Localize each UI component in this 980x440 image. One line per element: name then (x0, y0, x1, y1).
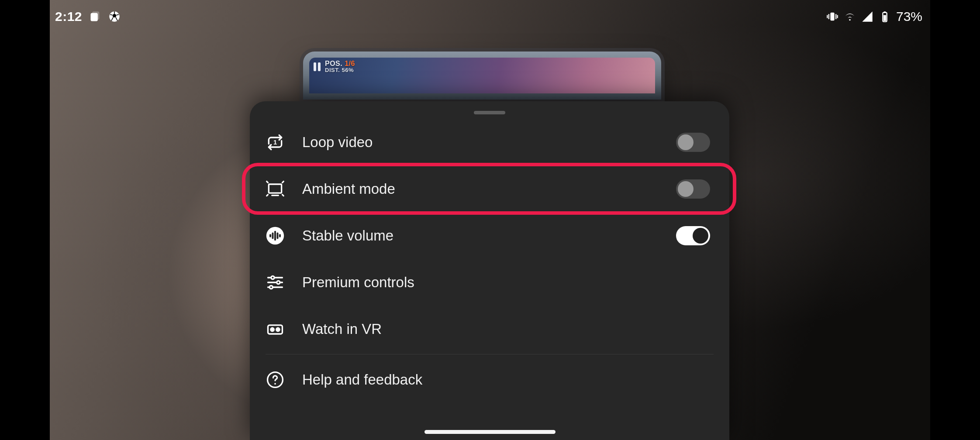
loop-toggle[interactable] (676, 133, 710, 152)
menu-label: Help and feedback (302, 371, 710, 388)
svg-point-33 (276, 328, 280, 331)
hud-dist-value: 56% (342, 67, 354, 73)
menu-label: Stable volume (302, 227, 659, 244)
svg-rect-13 (269, 184, 281, 193)
svg-point-35 (274, 383, 276, 385)
video-game-hud: POS. 1/6 DIST. 56% (314, 60, 355, 73)
menu-divider (266, 354, 714, 354)
menu-item-premium-controls[interactable]: Premium controls (250, 259, 729, 306)
svg-line-15 (267, 181, 268, 182)
menu-label: Ambient mode (302, 181, 659, 197)
menu-item-stable-volume[interactable]: Stable volume (250, 212, 729, 259)
pause-icon (314, 62, 321, 71)
ambient-toggle[interactable] (676, 179, 710, 199)
hud-dist-label: DIST. (325, 67, 340, 73)
svg-point-32 (271, 328, 274, 331)
loop-icon: 1 (266, 133, 285, 152)
vr-headset-icon (266, 320, 285, 339)
sliders-icon (266, 273, 285, 292)
menu-item-help-feedback[interactable]: Help and feedback (250, 356, 729, 403)
letterbox-right (930, 0, 980, 440)
hud-pos-label: POS. (325, 60, 342, 67)
player-settings-sheet[interactable]: 1 Loop video Ambient mode (250, 101, 729, 440)
menu-label: Watch in VR (302, 321, 710, 337)
gesture-nav-bar[interactable] (424, 430, 556, 434)
svg-point-30 (269, 285, 273, 289)
svg-line-18 (283, 194, 284, 196)
letterbox-left (0, 0, 50, 440)
menu-label: Premium controls (302, 274, 710, 291)
menu-item-ambient-mode[interactable]: Ambient mode (250, 165, 729, 212)
video-phone-screen: POS. 1/6 DIST. 56% (309, 58, 655, 93)
video-phone-prop: POS. 1/6 DIST. 56% (303, 52, 661, 100)
svg-point-28 (277, 281, 280, 284)
stable-volume-toggle[interactable] (676, 226, 710, 245)
svg-line-17 (267, 194, 268, 196)
menu-label: Loop video (302, 134, 659, 151)
svg-text:1: 1 (273, 138, 277, 145)
svg-point-26 (271, 276, 274, 279)
stable-volume-icon (266, 226, 285, 245)
ambient-mode-icon (266, 179, 285, 199)
screenshot-root: POS. 1/6 DIST. 56% 2:12 (0, 0, 980, 440)
help-icon (266, 370, 285, 389)
sheet-drag-handle[interactable] (474, 111, 505, 114)
menu-item-watch-in-vr[interactable]: Watch in VR (250, 306, 729, 352)
svg-line-16 (283, 181, 284, 182)
menu-item-loop-video[interactable]: 1 Loop video (250, 119, 729, 165)
hud-pos-value: 1/6 (345, 60, 355, 67)
